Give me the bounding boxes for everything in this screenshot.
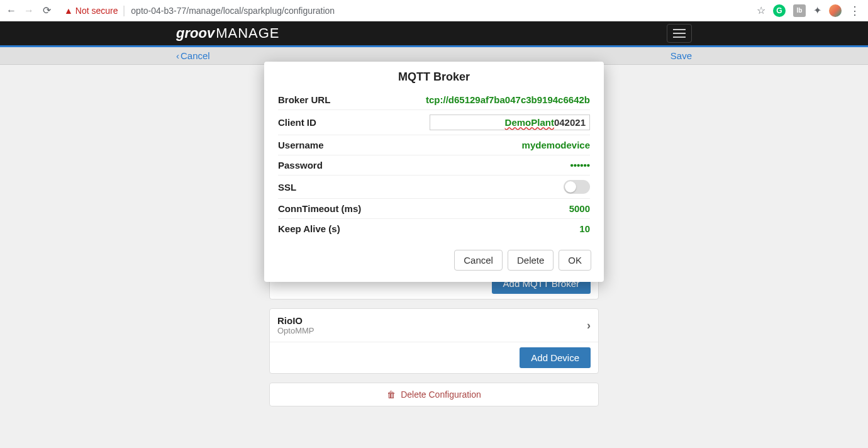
chevron-right-icon: ›: [587, 319, 591, 332]
conntimeout-label: ConnTimeout (ms): [278, 203, 361, 214]
browser-extensions: ☆ G Ib ✦ ⋮: [757, 4, 863, 18]
browser-toolbar: ← → ⟳ ▲ Not secure │ opto-04-b3-77/manag…: [0, 0, 868, 21]
warning-icon: ▲: [64, 6, 73, 16]
keepalive-label: Keep Alive (s): [278, 223, 340, 234]
device-row[interactable]: RioIO OptoMMP ›: [270, 309, 598, 342]
conntimeout-row: ConnTimeout (ms) 5000: [278, 199, 590, 219]
logo-manage: MANAGE: [216, 25, 279, 42]
client-id-input[interactable]: DemoPlant042021: [430, 115, 590, 130]
profile-avatar[interactable]: [829, 4, 842, 17]
ssl-label: SSL: [278, 182, 296, 193]
device-subtitle: OptoMMP: [277, 326, 314, 335]
conntimeout-value[interactable]: 5000: [569, 203, 590, 214]
password-row: Password ••••••: [278, 155, 590, 176]
modal-body: Broker URL tcp://d65129af7ba047c3b9194c6…: [264, 90, 604, 242]
device-title: RioIO: [277, 315, 314, 326]
keepalive-row: Keep Alive (s) 10: [278, 219, 590, 238]
password-label: Password: [278, 160, 323, 171]
broker-url-label: Broker URL: [278, 94, 330, 105]
menu-button[interactable]: [667, 24, 692, 43]
client-id-label: Client ID: [278, 117, 316, 128]
logo-groov: groov: [176, 25, 214, 42]
url-divider: │: [122, 6, 128, 16]
logo: groovMANAGE: [176, 25, 279, 42]
not-secure-label: Not secure: [75, 6, 118, 16]
modal-delete-button[interactable]: Delete: [508, 250, 554, 271]
extensions-menu-icon[interactable]: ✦: [813, 4, 821, 16]
brand-header: groovMANAGE: [0, 21, 868, 45]
broker-url-value[interactable]: tcp://d65129af7ba047c3b9194c6642b: [426, 94, 590, 105]
client-id-row: Client ID DemoPlant042021: [278, 110, 590, 135]
password-value[interactable]: ••••••: [570, 160, 590, 171]
page-content: MQTT Broker › Add MQTT Broker RioIO Opto…: [0, 65, 868, 448]
ssl-row: SSL: [278, 176, 590, 199]
browser-menu-icon[interactable]: ⋮: [849, 4, 860, 18]
delete-config-label: Delete Configuration: [401, 389, 481, 400]
cancel-link[interactable]: ‹ Cancel: [176, 50, 210, 61]
reload-icon[interactable]: ⟳: [40, 4, 53, 17]
cancel-label: Cancel: [181, 50, 210, 61]
username-label: Username: [278, 140, 324, 150]
device-panel: RioIO OptoMMP › Add Device: [269, 308, 599, 374]
client-id-norm: 042021: [554, 117, 586, 128]
bookmark-icon[interactable]: ☆: [757, 4, 765, 16]
grammarly-ext-icon[interactable]: G: [773, 4, 786, 17]
security-warning: ▲ Not secure: [64, 6, 118, 16]
broker-modal: MQTT Broker Broker URL tcp://d65129af7ba…: [264, 62, 604, 282]
username-row: Username mydemodevice: [278, 135, 590, 155]
add-device-button[interactable]: Add Device: [520, 347, 591, 368]
extension-icon[interactable]: Ib: [793, 4, 806, 17]
address-bar[interactable]: ▲ Not secure │ opto-04-b3-77/manage/loca…: [60, 6, 749, 16]
modal-footer: Cancel Delete OK: [264, 242, 604, 282]
modal-ok-button[interactable]: OK: [559, 250, 591, 271]
trash-icon: 🗑: [387, 389, 396, 400]
modal-cancel-button[interactable]: Cancel: [454, 250, 503, 271]
save-link[interactable]: Save: [670, 50, 692, 61]
forward-icon: →: [23, 4, 35, 17]
ssl-toggle[interactable]: [564, 180, 590, 194]
back-icon[interactable]: ←: [5, 4, 18, 17]
keepalive-value[interactable]: 10: [579, 223, 590, 234]
delete-config-button[interactable]: 🗑 Delete Configuration: [269, 383, 599, 406]
broker-url-row: Broker URL tcp://d65129af7ba047c3b9194c6…: [278, 90, 590, 110]
chevron-left-icon: ‹: [176, 50, 179, 61]
modal-title: MQTT Broker: [264, 62, 604, 90]
url-text: opto-04-b3-77/manage/local/sparkplug/con…: [131, 6, 335, 16]
client-id-green: DemoPlant: [505, 117, 554, 128]
username-value[interactable]: mydemodevice: [522, 140, 590, 150]
device-panel-action: Add Device: [270, 342, 598, 373]
